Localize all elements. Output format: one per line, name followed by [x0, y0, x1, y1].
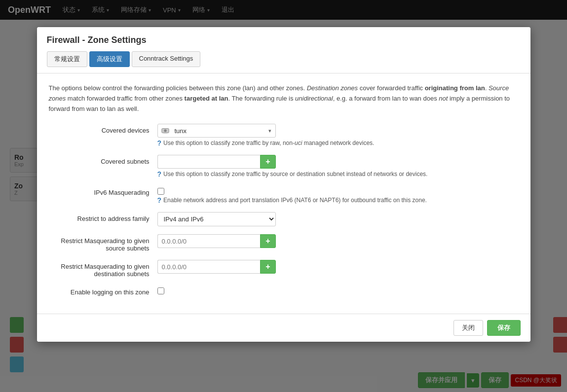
svg-rect-2 [163, 133, 167, 134]
restrict-masquerade-dest-control: + [157, 260, 519, 274]
restrict-address-family-row: Restrict to address family IPv4 and IPv6… [49, 212, 519, 226]
covered-subnets-help: ? Use this option to classify zone traff… [157, 171, 519, 178]
ipv6-masquerading-row: IPv6 Masquerading ? Enable network addre… [49, 186, 519, 204]
covered-subnets-add-button[interactable]: + [260, 155, 275, 169]
tab-conntrack-settings[interactable]: Conntrack Settings [132, 51, 201, 67]
modal-body: The options below control the forwarding… [37, 73, 530, 314]
restrict-masquerade-dest-label: Restrict Masquerading to givendestinatio… [49, 260, 157, 278]
covered-devices-value: tunx [173, 125, 265, 137]
enable-logging-control [157, 285, 519, 294]
covered-subnets-label: Covered subnets [49, 155, 157, 165]
enable-logging-checkbox[interactable] [157, 287, 164, 294]
modal-description: The options below control the forwarding… [49, 83, 519, 114]
close-modal-button[interactable]: 关闭 [454, 320, 483, 336]
restrict-masquerade-source-label: Restrict Masquerading to givensource sub… [49, 234, 157, 252]
enable-logging-row: Enable logging on this zone [49, 285, 519, 296]
covered-devices-help: ? Use this option to classify zone traff… [157, 140, 519, 147]
restrict-masquerade-dest-row: Restrict Masquerading to givendestinatio… [49, 260, 519, 278]
covered-subnets-control: + ? Use this option to classify zone tra… [157, 155, 519, 178]
modal-footer: 关闭 保存 [37, 314, 530, 342]
covered-subnets-help-text: Use this option to classify zone traffic… [163, 171, 427, 178]
modal-dialog: Firewall - Zone Settings 常规设置 高级设置 Connt… [37, 27, 530, 342]
covered-devices-select[interactable]: tunx ▾ [157, 124, 276, 138]
restrict-address-family-label: Restrict to address family [49, 212, 157, 222]
modal-header: Firewall - Zone Settings 常规设置 高级设置 Connt… [37, 27, 530, 73]
svg-point-1 [164, 130, 166, 132]
covered-devices-control: tunx ▾ ? Use this option to classify zon… [157, 124, 519, 147]
tab-list: 常规设置 高级设置 Conntrack Settings [47, 51, 521, 67]
enable-logging-checkbox-wrap [157, 285, 519, 294]
ipv6-masquerading-checkbox-wrap [157, 186, 519, 195]
help-icon-3: ? [157, 196, 162, 204]
covered-devices-label: Covered devices [49, 124, 157, 134]
covered-devices-arrow: ▾ [265, 126, 275, 136]
restrict-masquerade-dest-input[interactable] [157, 260, 261, 274]
restrict-masquerade-source-row: Restrict Masquerading to givensource sub… [49, 234, 519, 252]
network-device-icon [158, 124, 173, 137]
restrict-masquerade-source-control: + [157, 234, 519, 248]
ipv6-masquerading-control: ? Enable network address and port transl… [157, 186, 519, 204]
restrict-address-family-select[interactable]: IPv4 and IPv6 IPv4 only IPv6 only [157, 212, 276, 226]
modal-title: Firewall - Zone Settings [47, 35, 521, 45]
restrict-address-family-control: IPv4 and IPv6 IPv4 only IPv6 only [157, 212, 519, 226]
ipv6-masquerading-help: ? Enable network address and port transl… [157, 197, 519, 204]
restrict-masquerade-source-input-group: + [157, 234, 276, 248]
restrict-masquerade-source-input[interactable] [157, 234, 261, 248]
restrict-masquerade-dest-input-group: + [157, 260, 276, 274]
help-icon-1: ? [157, 139, 162, 147]
covered-devices-row: Covered devices tunx ▾ [49, 124, 519, 147]
ipv6-masquerading-help-text: Enable network address and port translat… [163, 197, 427, 204]
help-icon-2: ? [157, 170, 162, 178]
ipv6-masquerading-label: IPv6 Masquerading [49, 186, 157, 196]
enable-logging-label: Enable logging on this zone [49, 285, 157, 296]
covered-subnets-input[interactable] [157, 155, 261, 169]
tab-advanced-settings[interactable]: 高级设置 [89, 51, 130, 67]
covered-subnets-input-group: + [157, 155, 276, 169]
tab-general-settings[interactable]: 常规设置 [47, 51, 87, 67]
save-modal-button[interactable]: 保存 [487, 320, 521, 336]
covered-subnets-row: Covered subnets + ? Use this option to c… [49, 155, 519, 178]
restrict-masquerade-dest-add-button[interactable]: + [260, 260, 275, 274]
ipv6-masquerading-checkbox[interactable] [157, 188, 164, 195]
covered-devices-help-text: Use this option to classify zone traffic… [163, 140, 374, 146]
modal-overlay: Firewall - Zone Settings 常规设置 高级设置 Connt… [0, 0, 567, 392]
restrict-masquerade-source-add-button[interactable]: + [260, 234, 275, 248]
